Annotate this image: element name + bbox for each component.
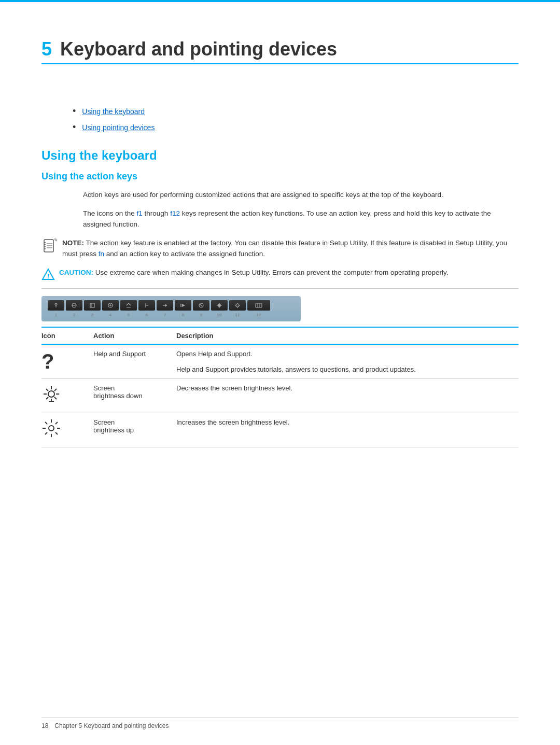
note-box: ✎ NOTE: The action key feature is enable… xyxy=(41,237,519,260)
key-label-3: 3 xyxy=(84,313,101,317)
svg-marker-26 xyxy=(165,304,167,307)
svg-point-54 xyxy=(49,426,54,431)
para2-f1: f1 xyxy=(137,209,143,217)
icon-brightness-up xyxy=(41,413,93,447)
key-f11 xyxy=(229,300,246,311)
key-label-11: 11 xyxy=(229,313,246,317)
description-help: Opens Help and Support. Help and Support… xyxy=(176,344,519,379)
toc-list: Using the keyboard Using pointing device… xyxy=(73,106,519,133)
svg-rect-15 xyxy=(90,303,94,307)
toc-link-pointing[interactable]: Using pointing devices xyxy=(82,123,155,132)
table-row: Screenbrightness up Increases the screen… xyxy=(41,413,519,447)
para2-f12: f12 xyxy=(170,209,180,217)
icon-help: ? xyxy=(41,344,93,379)
svg-point-11 xyxy=(55,303,57,305)
key-f10 xyxy=(211,300,228,311)
key-f7 xyxy=(157,300,173,311)
svg-text:!: ! xyxy=(47,272,49,280)
svg-point-31 xyxy=(218,304,221,307)
caution-text: CAUTION: Use extreme care when making ch… xyxy=(59,267,449,278)
key-f12 xyxy=(247,300,270,311)
key-f6 xyxy=(138,300,155,311)
icon-brightness-down xyxy=(41,378,93,413)
section-divider-1 xyxy=(41,288,519,289)
para2-middle: through xyxy=(143,209,170,217)
note-text: NOTE: The action key feature is enabled … xyxy=(62,237,519,260)
action-keys-table: Icon Action Description ? Help and Suppo… xyxy=(41,327,519,447)
footer-chapter-text: Chapter 5 Keyboard and pointing devices xyxy=(54,722,169,729)
svg-line-52 xyxy=(46,397,48,399)
body-paragraph-1: Action keys are used for performing cust… xyxy=(83,189,519,201)
description-brightness-down: Decreases the screen brightness level. xyxy=(176,378,519,413)
svg-line-21 xyxy=(129,303,131,305)
svg-marker-28 xyxy=(182,304,185,307)
key-f1 xyxy=(48,300,64,311)
para2-prefix: The icons on the xyxy=(83,209,137,217)
keyboard-illustration: 1 2 3 4 5 6 7 8 9 10 11 12 xyxy=(41,296,301,321)
svg-line-20 xyxy=(127,303,129,305)
toc-link-keyboard[interactable]: Using the keyboard xyxy=(82,107,145,116)
footer-page-number: 18 xyxy=(41,722,48,729)
svg-line-59 xyxy=(45,422,47,424)
key-f4 xyxy=(102,300,119,311)
table-header-row: Icon Action Description xyxy=(41,327,519,344)
svg-line-49 xyxy=(46,389,48,391)
table-row: Screenbrightness down Decreases the scre… xyxy=(41,378,519,413)
table-row: ? Help and Support Opens Help and Suppor… xyxy=(41,344,519,379)
svg-line-60 xyxy=(55,432,58,434)
caution-box: ! CAUTION: Use extreme care when making … xyxy=(41,267,519,281)
action-help: Help and Support xyxy=(93,344,176,379)
svg-line-51 xyxy=(54,389,57,391)
caution-icon: ! xyxy=(41,268,55,281)
note-fn: fn xyxy=(99,250,104,258)
svg-line-30 xyxy=(200,304,202,306)
action-brightness-down: Screenbrightness down xyxy=(93,378,176,413)
toc-item-1: Using the keyboard xyxy=(73,106,519,117)
body-paragraph-2: The icons on the f1 through f12 keys rep… xyxy=(83,208,519,230)
svg-point-36 xyxy=(236,304,239,307)
key-label-6: 6 xyxy=(138,313,155,317)
chapter-number: 5 xyxy=(41,38,52,60)
svg-text:✎: ✎ xyxy=(53,238,57,243)
caution-label: CAUTION: xyxy=(59,269,93,276)
key-f3 xyxy=(84,300,101,311)
table-header-action: Action xyxy=(93,327,176,344)
toc-item-2: Using pointing devices xyxy=(73,122,519,133)
svg-point-44 xyxy=(48,391,54,397)
key-f2 xyxy=(66,300,82,311)
section-title-using-keyboard: Using the keyboard xyxy=(41,148,519,163)
chapter-title: 5Keyboard and pointing devices xyxy=(41,38,519,64)
key-label-7: 7 xyxy=(157,313,173,317)
key-label-12: 12 xyxy=(247,313,270,317)
key-label-10: 10 xyxy=(211,313,228,317)
key-f5 xyxy=(120,300,137,311)
action-brightness-up: Screenbrightness up xyxy=(93,413,176,447)
caution-body: Use extreme care when making changes in … xyxy=(95,269,449,276)
key-f8 xyxy=(175,300,191,311)
key-label-4: 4 xyxy=(102,313,119,317)
svg-rect-41 xyxy=(256,303,262,307)
description-brightness-up: Increases the screen brightness level. xyxy=(176,413,519,447)
note-text-part2: and an action key to activate the assign… xyxy=(104,250,265,258)
chapter-title-text: Keyboard and pointing devices xyxy=(60,38,337,60)
key-f9 xyxy=(193,300,209,311)
svg-line-50 xyxy=(54,397,57,399)
note-icon: ✎ xyxy=(41,238,58,255)
key-label-2: 2 xyxy=(66,313,82,317)
svg-line-61 xyxy=(55,422,58,424)
table-header-icon: Icon xyxy=(41,327,93,344)
key-label-1: 1 xyxy=(48,313,64,317)
note-label: NOTE: xyxy=(62,239,84,247)
footer: 18 Chapter 5 Keyboard and pointing devic… xyxy=(41,718,519,729)
key-label-8: 8 xyxy=(175,313,191,317)
subsection-title-action-keys: Using the action keys xyxy=(41,171,519,182)
table-header-description: Description xyxy=(176,327,519,344)
key-label-9: 9 xyxy=(193,313,209,317)
svg-line-62 xyxy=(45,432,47,434)
key-label-5: 5 xyxy=(120,313,137,317)
